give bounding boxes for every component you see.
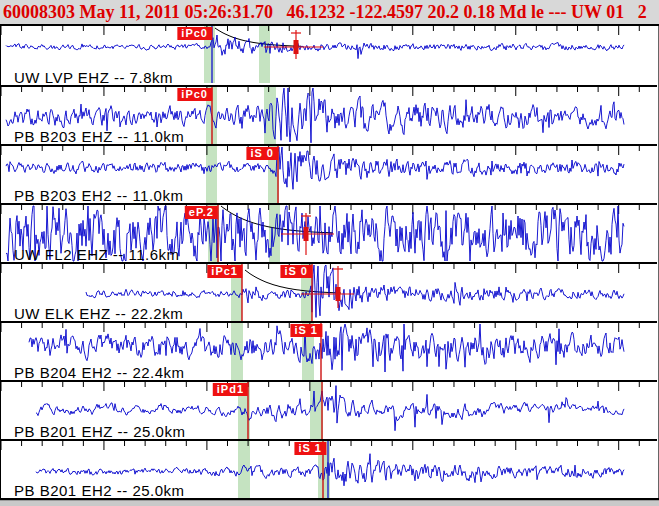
trace-panel-uw-elk-ehz[interactable]: iPc1iS 0UW ELK EHZ -- 22.2km <box>1 262 657 321</box>
arrival-band <box>231 323 243 380</box>
trace-panel-uw-lvp-ehz[interactable]: iPc0UW LVP EHZ -- 7.8km <box>1 26 657 85</box>
pick-flag[interactable]: iPc0 <box>177 88 212 101</box>
trace-panel-pb-b201-eh2[interactable]: iS 1PB B201 EH2 -- 25.0km <box>1 439 657 498</box>
pick-flag[interactable]: iS 0 <box>280 265 312 278</box>
trace-panel-pb-b204-eh2[interactable]: iS 1PB B204 EH2 -- 22.4km <box>1 321 657 380</box>
time-ticks <box>1 146 639 155</box>
pick-flag[interactable]: iPd1 <box>213 383 248 396</box>
trace-panel-uw-fl2-ehz[interactable]: eP.2UW FL2 EHZ -- 11.6km <box>1 203 657 262</box>
arrival-band <box>206 146 217 203</box>
time-ticks <box>1 87 639 96</box>
trace-panel-pb-b203-eh2[interactable]: iS 0PB B203 EH2 -- 11.0km <box>1 144 657 203</box>
trace-panel-pb-b203-ehz[interactable]: iPc0PB B203 EHZ -- 11.0km <box>1 85 657 144</box>
time-ticks <box>1 264 639 273</box>
station-label: PB B203 EH2 -- 11.0km <box>14 187 183 204</box>
station-label: PB B204 EH2 -- 22.4km <box>14 364 185 381</box>
pick-flag[interactable]: iS 1 <box>290 324 322 337</box>
time-ticks <box>1 26 639 35</box>
pick-flag[interactable]: eP.2 <box>185 206 218 219</box>
title-bar: 60008303 May 11, 2011 05:26:31.70 46.123… <box>0 0 659 26</box>
arrival-band <box>259 26 270 83</box>
station-label: UW FL2 EHZ -- 11.6km <box>14 246 180 263</box>
window-bottom-edge <box>0 500 659 506</box>
pick-flag[interactable]: iS 0 <box>246 147 278 160</box>
seismogram-window: 60008303 May 11, 2011 05:26:31.70 46.123… <box>0 0 659 506</box>
event-summary-text: 60008303 May 11, 2011 05:26:31.70 46.123… <box>0 2 647 23</box>
pick-flag[interactable]: iPc0 <box>177 27 212 40</box>
trace-area: iPc0UW LVP EHZ -- 7.8kmiPc0PB B203 EHZ -… <box>0 26 659 498</box>
pick-flag[interactable]: iS 1 <box>294 442 326 455</box>
station-label: PB B203 EHZ -- 11.0km <box>14 128 184 145</box>
station-label: UW LVP EHZ -- 7.8km <box>14 69 173 86</box>
waveform <box>6 147 624 189</box>
arrival-band <box>310 382 323 439</box>
trace-panel-pb-b201-ehz[interactable]: iPd1PB B201 EHZ -- 25.0km <box>1 380 657 439</box>
station-label: UW ELK EHZ -- 22.2km <box>14 305 183 322</box>
station-label: PB B201 EHZ -- 25.0km <box>14 423 185 440</box>
station-label: PB B201 EH2 -- 25.0km <box>14 482 185 499</box>
pick-flag[interactable]: iPc1 <box>207 265 242 278</box>
